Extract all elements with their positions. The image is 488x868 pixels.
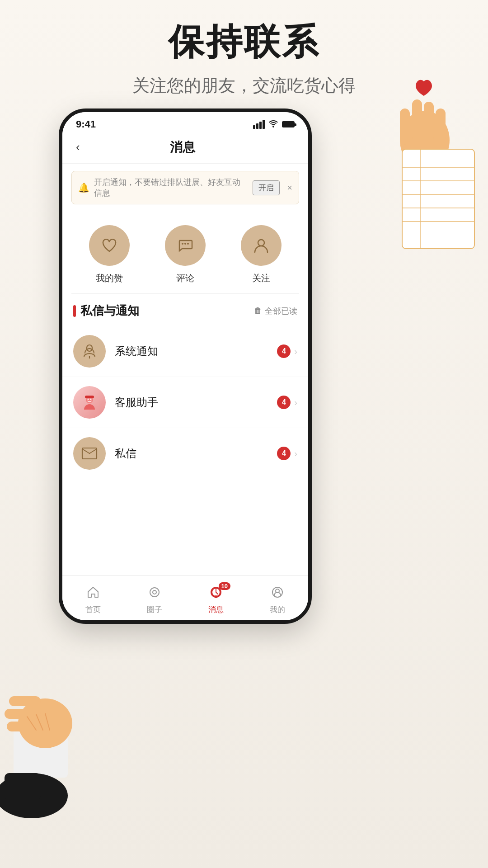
customer-avatar (73, 386, 106, 419)
svg-point-24 (184, 243, 186, 245)
circle-icon (148, 586, 161, 602)
tab-circle[interactable]: 圈子 (124, 581, 185, 615)
chevron-right-icon-3: › (294, 448, 297, 459)
customer-right: 4 › (277, 396, 297, 409)
profile-icon (271, 586, 284, 602)
private-message-item[interactable]: 私信 4 › (62, 428, 308, 479)
nav-title: 消息 (84, 139, 281, 156)
tab-profile[interactable]: 我的 (247, 581, 308, 615)
messages-icon: 10 (210, 586, 222, 602)
system-notification-item[interactable]: 系统通知 4 › (62, 326, 308, 377)
private-name: 私信 (115, 447, 136, 459)
chevron-right-icon: › (294, 346, 297, 357)
section-header: 私信与通知 🗑 全部已读 (62, 294, 308, 326)
status-icons (253, 119, 295, 130)
customer-service-item[interactable]: 客服助手 4 › (62, 377, 308, 428)
close-banner-button[interactable]: × (287, 183, 292, 193)
back-button[interactable]: ‹ (76, 138, 84, 156)
customer-badge: 4 (277, 396, 291, 409)
phone-frame: 9:41 ‹ 消息 🔔 开启通知，不要错过排队进展、好友互动信息 开启 × (59, 108, 312, 624)
svg-line-31 (82, 449, 89, 453)
tab-home[interactable]: 首页 (62, 581, 124, 615)
tab-messages[interactable]: 10 消息 (185, 581, 247, 615)
wifi-icon (268, 119, 278, 130)
battery-icon (282, 121, 295, 127)
page-header: 保持联系 关注您的朋友，交流吃货心得 (0, 18, 488, 97)
nav-bar: ‹ 消息 (62, 134, 308, 164)
svg-point-33 (150, 588, 159, 597)
svg-point-23 (182, 243, 183, 245)
svg-point-25 (187, 243, 189, 245)
svg-line-32 (89, 449, 97, 453)
home-label: 首页 (85, 604, 101, 615)
system-badge: 4 (277, 344, 291, 358)
section-title: 私信与通知 (73, 303, 139, 319)
private-badge: 4 (277, 447, 291, 460)
system-name: 系统通知 (115, 345, 158, 357)
svg-rect-30 (85, 396, 94, 398)
bell-icon: 🔔 (78, 182, 89, 193)
mark-all-read-button[interactable]: 🗑 全部已读 (254, 306, 297, 316)
messages-badge: 10 (219, 582, 230, 590)
section-title-bar (73, 305, 76, 317)
system-avatar (73, 335, 106, 368)
system-right: 4 › (277, 344, 297, 358)
section-title-text: 私信与通知 (80, 303, 139, 319)
svg-point-28 (88, 399, 89, 400)
customer-name: 客服助手 (115, 396, 158, 408)
likes-icon-circle (89, 225, 130, 266)
trash-icon: 🗑 (254, 306, 262, 316)
system-info: 系统通知 (115, 344, 277, 359)
signal-icon (253, 120, 265, 129)
chevron-right-icon-2: › (294, 397, 297, 408)
status-time: 9:41 (76, 118, 96, 130)
status-bar: 9:41 (62, 112, 308, 134)
follow-label: 关注 (252, 272, 270, 284)
home-icon (87, 586, 99, 602)
customer-info: 客服助手 (115, 395, 277, 410)
notif-text: 开启通知，不要错过排队进展、好友互动信息 (94, 177, 248, 198)
private-info: 私信 (115, 446, 277, 461)
comments-icon-circle (165, 225, 206, 266)
follow-icon-circle (241, 225, 282, 266)
profile-label: 我的 (270, 604, 285, 615)
enable-notification-button[interactable]: 开启 (253, 180, 280, 195)
page-subtitle: 关注您的朋友，交流吃货心得 (0, 74, 488, 97)
page-title: 保持联系 (0, 18, 488, 67)
messages-label: 消息 (208, 604, 224, 615)
svg-point-26 (258, 240, 264, 246)
quick-likes[interactable]: 我的赞 (89, 225, 130, 284)
tab-bar: 首页 圈子 10 消息 我的 (62, 575, 308, 620)
private-avatar (73, 437, 106, 470)
quick-comments[interactable]: 评论 (165, 225, 206, 284)
quick-follow[interactable]: 关注 (241, 225, 282, 284)
notification-banner: 🔔 开启通知，不要错过排队进展、好友互动信息 开启 × (71, 171, 299, 204)
svg-point-29 (90, 399, 92, 400)
comments-label: 评论 (176, 272, 194, 284)
svg-point-35 (215, 595, 217, 598)
circle-label: 圈子 (147, 604, 162, 615)
likes-label: 我的赞 (96, 272, 123, 284)
quick-actions: 我的赞 评论 关注 (62, 212, 308, 293)
private-right: 4 › (277, 447, 297, 460)
svg-point-34 (153, 590, 156, 594)
